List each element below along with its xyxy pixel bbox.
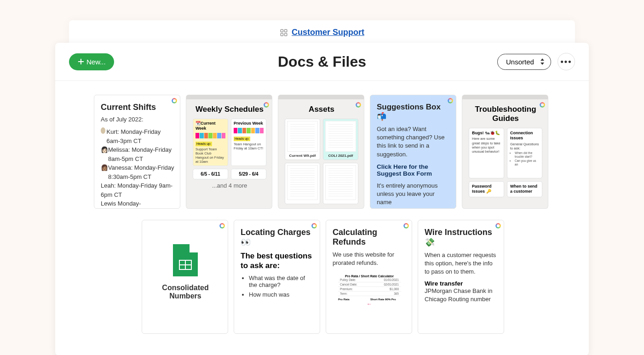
card-consolidated-numbers[interactable]: Consolidated Numbers [142,220,228,334]
shift-text: Lewis Monday- [101,199,141,208]
shift-text: Melissa: Monday-Friday 8am-5pm CT [108,145,174,163]
and-more-label: ...and 4 more [193,182,266,189]
subcard-previous-week: Previous Week Heads up: Team Hangout on … [231,119,266,166]
card-title: Wire Instructions 💸 [425,228,498,247]
file-thumb [285,163,320,204]
card-body-text: We use this website for prorated refunds… [333,251,406,267]
wire-bank: JPMorgan Chase Bank in Chicago Routing n… [425,287,498,303]
color-ring-icon [219,223,225,229]
list-item: What was the date of the charge? [249,275,314,288]
file-thumb [323,163,358,204]
subcard-current-week: 📆Current Week Heads up: Support Team Boo… [193,119,228,166]
svg-rect-1 [284,29,287,32]
card-suggestions-box[interactable]: Suggestions Box 📬 Got an idea? Want some… [370,95,456,209]
card-weekly-schedules[interactable]: Weekly Schedules 📆Current Week Heads up:… [186,95,272,209]
wire-heading: Wire transfer [425,280,498,287]
page-title: Docs & Files [278,53,366,70]
card-troubleshooting[interactable]: Troubleshooting Guides Bugs! 🐜🐞🐛 Here ar… [462,95,548,209]
color-ring-icon [448,98,453,103]
card-current-shifts[interactable]: Current Shifts As of July 2022: Kurt: Mo… [94,95,180,209]
card-title: Assets [285,105,358,114]
more-button[interactable]: ••• [558,53,575,70]
card-title: Calculating Refunds [333,228,406,247]
svg-rect-2 [281,33,283,35]
color-ring-icon [264,102,269,108]
shift-text: Kurt: Monday-Friday 6am-3pm CT [106,127,174,145]
date-range: 6/5 - 6/11 [193,169,228,179]
color-ring-icon [540,102,545,108]
card-assets[interactable]: Assets Current W9.pdf COLI 2021.pdf [278,95,364,209]
card-body-text: Got an idea? Want something changed? Use… [377,125,450,159]
google-sheets-icon [173,244,198,276]
card-title: Weekly Schedules [193,105,266,114]
card-title: Current Shifts [101,103,174,112]
plus-icon [77,58,85,65]
card-title: Suggestions Box 📬 [377,103,450,121]
ellipsis-icon: ••• [561,57,572,67]
suggestions-link: Click Here for the Suggest Box Form [377,163,450,177]
avatar: 👩🏽 [101,163,108,181]
card-body-text: When a customer requests this option, he… [425,251,498,276]
svg-rect-3 [284,33,287,35]
mini-card-customer: When to send a customer [507,181,542,197]
card-wire-instructions[interactable]: Wire Instructions 💸 When a customer requ… [418,220,504,334]
card-calculating-refunds[interactable]: Calculating Refunds We use this website … [326,220,412,334]
color-ring-icon [403,223,409,229]
card-title: Consolidated Numbers [149,284,222,300]
new-button-label: New... [86,58,106,66]
color-ring-icon [356,102,361,108]
card-footer-text: It's entirely anonymous unless you leave… [377,182,450,207]
color-ring-icon [172,98,177,103]
toolbar: New... Docs & Files Unsorted ••• [55,43,589,81]
card-title: Troubleshooting Guides [469,105,542,123]
calculator-preview: Pro Rata / Short Rate Calculator Policy … [336,273,402,309]
shift-text: Leah: Monday-Friday 9am-6pm CT [101,181,174,199]
shift-text: Vanessa: Monday-Friday 8:30am-5pm CT [108,163,174,181]
card-title: Locating Charges 👀 [241,228,314,247]
file-thumb: COLI 2021.pdf [323,119,358,160]
card-subtitle: The best questions to ask are: [241,251,314,271]
card-subtitle: As of July 2022: [101,116,174,123]
file-thumb: Current W9.pdf [285,119,320,160]
mini-card-password: Password Issues 🔑 [469,181,504,197]
date-range: 5/29 - 6/4 [231,169,266,179]
avatar [101,127,105,134]
card-locating-charges[interactable]: Locating Charges 👀 The best questions to… [234,220,320,334]
new-button[interactable]: New... [69,53,114,70]
list-item: How much was [249,291,314,298]
color-ring-icon [311,223,317,229]
sort-select[interactable]: Unsorted [497,54,551,70]
color-ring-icon [495,223,501,229]
avatar: 👩🏻 [101,145,108,163]
svg-rect-0 [281,29,283,32]
mini-card-bugs: Bugs! 🐜🐞🐛 Here are some great steps to t… [469,128,504,178]
breadcrumb-link[interactable]: Customer Support [292,28,364,37]
mini-card-connection: Connection Issues General Questions to a… [507,128,542,178]
grid-icon [280,29,288,37]
breadcrumb: Customer Support [69,20,575,45]
